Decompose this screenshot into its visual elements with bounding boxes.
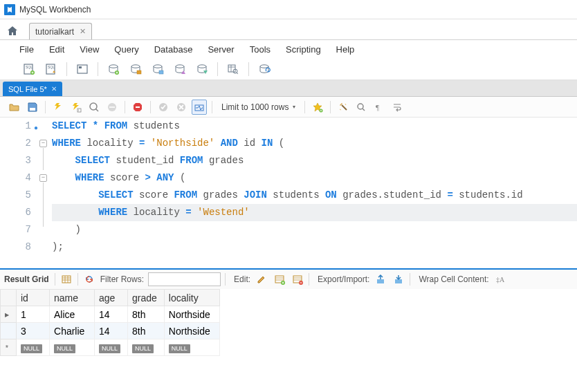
search-table-icon[interactable]	[225, 61, 241, 77]
row-selector[interactable]	[1, 306, 17, 323]
svg-text:‡A: ‡A	[496, 276, 505, 283]
svg-point-14	[198, 64, 206, 67]
row-limit-dropdown[interactable]: Limit to 1000 rows	[217, 102, 300, 112]
db-create-icon[interactable]	[105, 61, 122, 77]
cell-null[interactable]: NULL	[164, 339, 219, 356]
add-row-icon[interactable]	[273, 272, 286, 286]
cell-grade[interactable]: 8th	[128, 306, 165, 323]
rollback-icon[interactable]	[174, 100, 189, 115]
result-grid[interactable]: id name age grade locality 1 Alice 14 8t…	[0, 289, 577, 356]
svg-rect-15	[228, 65, 235, 72]
wrap-cell-icon[interactable]: ‡A	[493, 272, 507, 286]
cell-locality[interactable]: Northside	[164, 323, 219, 339]
editor-toolbar-separator	[45, 101, 46, 113]
execute-icon[interactable]	[51, 100, 66, 115]
svg-point-7	[109, 64, 118, 67]
db-proc-icon[interactable]	[172, 61, 188, 77]
col-header-grade[interactable]: grade	[128, 290, 165, 306]
svg-rect-10	[137, 71, 141, 74]
new-sql-tab-icon[interactable]: SQL	[21, 61, 37, 77]
menu-edit[interactable]: Edit	[49, 44, 64, 55]
sql-file-tab[interactable]: SQL File 5* ✕	[3, 82, 62, 96]
db-table-icon[interactable]	[127, 61, 144, 77]
col-header-name[interactable]: name	[50, 290, 95, 306]
col-header-age[interactable]: age	[95, 290, 128, 306]
close-sql-tab-icon[interactable]: ✕	[51, 85, 57, 93]
cell-age[interactable]: 14	[95, 306, 128, 323]
wrap-icon[interactable]	[390, 100, 405, 115]
sql-file-tabbar: SQL File 5* ✕	[0, 80, 577, 97]
cell-null[interactable]: NULL	[95, 339, 128, 356]
delete-row-icon[interactable]	[291, 272, 304, 286]
cell-null[interactable]: NULL	[50, 339, 95, 356]
find-icon[interactable]	[354, 100, 369, 115]
commit-icon[interactable]	[156, 100, 171, 115]
menu-tools[interactable]: Tools	[250, 44, 271, 55]
col-header-id[interactable]: id	[17, 290, 50, 306]
cell-age[interactable]: 14	[95, 323, 128, 339]
svg-rect-18	[30, 108, 35, 111]
fold-icon[interactable]: −	[39, 174, 47, 182]
cell-id[interactable]: 3	[17, 323, 50, 339]
connection-tab-label: tutorialkart	[35, 27, 74, 37]
svg-rect-30	[62, 276, 71, 283]
menu-database[interactable]: Database	[154, 44, 193, 55]
row-selector[interactable]	[1, 323, 17, 339]
menu-file[interactable]: File	[19, 44, 34, 55]
save-icon[interactable]	[25, 100, 40, 115]
table-row[interactable]: 3 Charlie 14 8th Northside	[1, 323, 220, 339]
close-tab-icon[interactable]: ✕	[80, 27, 86, 36]
svg-point-9	[131, 64, 140, 67]
cell-id[interactable]: 1	[17, 306, 50, 323]
import-icon[interactable]	[392, 272, 405, 286]
favorite-icon[interactable]	[310, 100, 325, 115]
edit-row-icon[interactable]	[255, 272, 268, 286]
inspector-icon[interactable]	[74, 61, 91, 77]
export-icon[interactable]	[374, 272, 387, 286]
cell-locality[interactable]: Northside	[164, 306, 219, 323]
cell-name[interactable]: Alice	[50, 306, 95, 323]
cell-grade[interactable]: 8th	[128, 323, 165, 339]
beautify-icon[interactable]	[336, 100, 351, 115]
row-selector[interactable]: *	[1, 339, 17, 356]
result-grid-icon[interactable]	[59, 272, 73, 286]
autocommit-icon[interactable]	[192, 100, 207, 115]
toolbar-separator	[217, 62, 218, 76]
connection-tabbar: tutorialkart ✕	[0, 19, 577, 40]
toolbar-separator	[248, 62, 249, 76]
menu-view[interactable]: View	[80, 44, 99, 55]
db-func-icon[interactable]	[194, 61, 210, 77]
open-sql-icon[interactable]: SQL	[43, 61, 59, 77]
cell-null[interactable]: NULL	[128, 339, 165, 356]
table-row-new[interactable]: * NULL NULL NULL NULL NULL	[1, 339, 220, 356]
editor-toolbar: I Limit to 1000 rows ¶	[0, 97, 577, 118]
cell-null[interactable]: NULL	[17, 339, 50, 356]
menu-scripting[interactable]: Scripting	[286, 44, 321, 55]
refresh-icon[interactable]	[82, 272, 96, 286]
filter-rows-input[interactable]	[148, 272, 221, 286]
svg-text:¶: ¶	[376, 103, 379, 111]
open-file-icon[interactable]	[7, 100, 22, 115]
invisible-chars-icon[interactable]: ¶	[372, 100, 387, 115]
code-area[interactable]: SELECT * FROM students WHERE locality = …	[49, 118, 577, 256]
export-import-label: Export/Import:	[318, 274, 369, 284]
table-header-row: id name age grade locality	[1, 290, 220, 306]
menu-server[interactable]: Server	[208, 44, 234, 55]
sql-editor[interactable]: 12345678 − − SELECT * FROM students WHER…	[0, 118, 577, 256]
stop-icon[interactable]	[104, 100, 120, 115]
stop-on-error-icon[interactable]	[130, 100, 145, 115]
fold-icon[interactable]: −	[39, 140, 47, 147]
menubar: File Edit View Query Database Server Too…	[0, 40, 577, 58]
menu-query[interactable]: Query	[114, 44, 138, 55]
execute-current-icon[interactable]: I	[68, 100, 84, 115]
home-icon[interactable]	[4, 23, 21, 39]
connection-tab[interactable]: tutorialkart ✕	[29, 23, 92, 39]
reconnect-icon[interactable]	[256, 61, 273, 77]
table-row[interactable]: 1 Alice 14 8th Northside	[1, 306, 220, 323]
db-view-icon[interactable]	[149, 61, 166, 77]
col-header-locality[interactable]: locality	[164, 290, 219, 306]
explain-icon[interactable]	[86, 100, 102, 115]
menu-help[interactable]: Help	[336, 44, 355, 55]
editor-toolbar-separator	[150, 101, 151, 113]
cell-name[interactable]: Charlie	[50, 323, 95, 339]
